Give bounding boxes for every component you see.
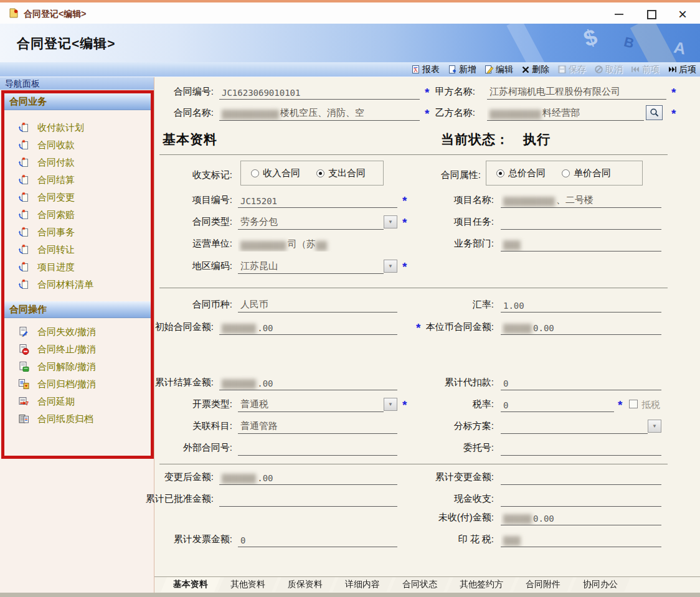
sidebar-item-contract-rescind[interactable]: 合同解除/撤消 [4, 358, 151, 375]
cancel-button: 取消 [594, 64, 623, 75]
contract-paper-archive-icon [18, 413, 29, 425]
sidebar-item-contract-transfer[interactable]: 合同转让 [4, 241, 151, 258]
bid-plan-dropdown-icon[interactable] [648, 420, 661, 433]
tax-deduct-checkbox[interactable] [629, 400, 638, 408]
bottom-tabbar: 基本资料 其他资料 质保资料 详细内容 合同状态 其他签约方 合同附件 协同办公 [154, 576, 700, 594]
sidebar-item-contract-receipt[interactable]: 合同收款 [4, 136, 151, 154]
required-marker: * [671, 86, 676, 100]
currency-label: 合同币种: [142, 299, 232, 311]
maximize-button[interactable] [639, 6, 664, 22]
section-header-contract-operations[interactable]: 合同操作 [4, 301, 151, 318]
next-button[interactable]: 后项 [668, 64, 696, 75]
new-button[interactable]: 新增 [448, 64, 476, 75]
contract-type-dropdown-icon[interactable] [384, 215, 397, 228]
contract-type-field[interactable]: 劳务分包 [238, 214, 384, 230]
invoice-type-label: 开票类型: [142, 398, 232, 410]
banner-decor [630, 24, 690, 62]
doc-arrow-icon [18, 209, 29, 220]
region-code-dropdown-icon[interactable] [384, 260, 397, 273]
change-total-label: 累计变更金额: [404, 471, 494, 483]
radio-expense-contract[interactable]: 支出合同 [316, 167, 366, 179]
tab-other-info[interactable]: 其他资料 [218, 577, 278, 592]
minimize-button[interactable] [607, 6, 631, 22]
stamp-tax-field[interactable]: ███ [501, 531, 661, 547]
tab-warranty-info[interactable]: 质保资料 [275, 577, 335, 592]
page-title: 合同登记<编辑> [17, 35, 116, 52]
withhold-total-field[interactable]: 0 [501, 374, 661, 390]
biz-dept-field[interactable]: ███ [501, 235, 661, 251]
radio-icon [562, 169, 570, 177]
sidebar-item-contract-terminate[interactable]: 合同终止/撤消 [4, 341, 151, 358]
invoice-type-field[interactable]: 普通税 [238, 396, 384, 412]
project-no-label: 项目编号: [142, 194, 232, 206]
party-b-search-button[interactable] [646, 105, 663, 120]
initial-amount-field[interactable]: ██████.00 [219, 319, 397, 335]
sidebar-item-contract-payment[interactable]: 合同付款 [4, 154, 151, 171]
doc-arrow-icon [18, 227, 29, 238]
delete-icon [521, 65, 530, 74]
contract-rescind-icon [18, 361, 29, 372]
payment-flag-group: 收入合同 支出合同 [240, 161, 384, 186]
radio-income-contract[interactable]: 收入合同 [251, 167, 300, 179]
exchange-rate-field[interactable]: 1.00 [501, 296, 661, 313]
sidebar-item-project-progress[interactable]: 项目进度 [4, 258, 151, 276]
tab-other-signers[interactable]: 其他签约方 [447, 577, 516, 592]
sidebar-item-contract-change[interactable]: 合同变更 [4, 189, 151, 206]
project-task-field[interactable] [501, 214, 661, 230]
edit-button[interactable]: 编辑 [485, 64, 513, 75]
external-no-field[interactable] [238, 440, 397, 456]
contract-terminate-icon [18, 344, 29, 355]
party-b-field[interactable]: █████████料经营部 [487, 105, 644, 121]
project-no-field[interactable]: JC15201 [238, 192, 397, 208]
doc-arrow-icon [18, 244, 29, 255]
sidebar-item-payment-plan[interactable]: 收付款计划 [4, 119, 151, 136]
cash-flow-label: 现金收支: [404, 493, 494, 505]
sidebar-item-contract-claim[interactable]: 合同索赔 [4, 206, 151, 223]
region-code-field[interactable]: 江苏昆山 [238, 258, 384, 274]
sidebar-item-contract-material-list[interactable]: 合同材料清单 [4, 276, 151, 293]
highlight-red-box: 合同业务 收付款计划 合同收款 合同付款 合同结算 [1, 90, 154, 459]
tab-collaboration[interactable]: 协同办公 [570, 577, 630, 592]
exchange-rate-label: 汇率: [404, 299, 494, 311]
change-total-field[interactable] [501, 469, 661, 485]
changed-amount-field[interactable]: ██████.00 [219, 469, 397, 485]
bid-plan-field[interactable] [501, 418, 648, 434]
entrust-no-field[interactable] [501, 440, 661, 456]
radio-unit-price-contract[interactable]: 单价合同 [562, 167, 611, 179]
tab-basic-info[interactable]: 基本资料 [161, 577, 220, 592]
tab-detail-content[interactable]: 详细内容 [333, 577, 392, 592]
delete-button[interactable]: 删除 [521, 64, 549, 75]
currency-field[interactable]: 人民币 [238, 296, 397, 313]
sidebar-item-contract-paper-archive[interactable]: 合同纸质归档 [4, 410, 151, 428]
tab-contract-status[interactable]: 合同状态 [390, 577, 450, 592]
tax-rate-field[interactable]: 0 [501, 396, 614, 412]
required-marker: * [618, 398, 622, 412]
radio-total-price-contract[interactable]: 总价合同 [496, 167, 546, 179]
approved-total-field[interactable] [219, 491, 397, 507]
contract-invalidate-icon [18, 326, 29, 337]
content: 导航面板 合同业务 收付款计划 合同收款 合同付款 合同结算 [0, 77, 700, 597]
invoice-total-field[interactable]: 0 [238, 531, 397, 547]
project-name-field[interactable]: █████████、二号楼 [501, 192, 661, 208]
close-icon: × [678, 8, 687, 21]
invoice-type-dropdown-icon[interactable] [384, 398, 397, 411]
settle-total-field[interactable]: ██████.00 [219, 374, 397, 390]
sidebar-item-contract-settlement[interactable]: 合同结算 [4, 171, 151, 189]
sidebar-item-contract-extend[interactable]: 7 合同延期 [4, 393, 151, 410]
close-button[interactable]: × [670, 6, 695, 22]
changed-amount-label: 变更后金额: [123, 471, 214, 483]
tab-contract-attachments[interactable]: 合同附件 [513, 577, 573, 592]
report-button[interactable]: 报表 [411, 64, 440, 75]
header-banner: 合同登记<编辑> $ B A [0, 24, 700, 62]
save-button: 保存 [557, 64, 586, 75]
base-amount-field[interactable]: █████0.00 [501, 319, 661, 335]
party-a-field[interactable]: 江苏柯瑞机电工程股份有限公司 [487, 83, 666, 100]
app-icon [8, 7, 19, 19]
cash-flow-field[interactable] [501, 491, 661, 507]
operating-unit-field[interactable]: ████████司（苏██ [238, 235, 412, 251]
related-subject-field[interactable]: 普通管路 [238, 418, 397, 434]
unpaid-amount-field[interactable]: █████0.00 [501, 509, 661, 525]
radio-selected-icon [496, 169, 504, 177]
cancel-icon [594, 65, 603, 74]
sidebar-item-contract-affairs[interactable]: 合同事务 [4, 223, 151, 241]
